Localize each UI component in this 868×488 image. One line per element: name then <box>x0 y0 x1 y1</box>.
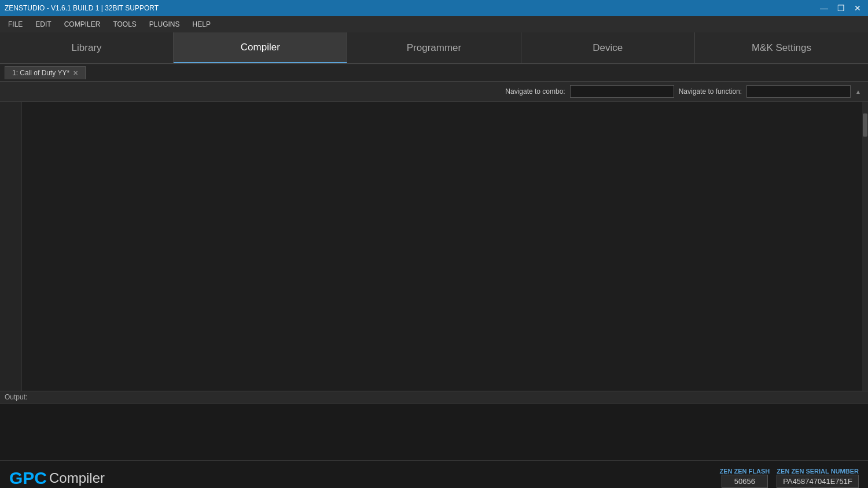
menu-file[interactable]: FILE <box>2 18 28 31</box>
zen-flash-value: 50656 <box>722 475 768 488</box>
menu-edit[interactable]: EDIT <box>30 18 57 31</box>
output-header: Output: <box>0 391 868 403</box>
navigate-function-label: Navigate to function: <box>679 87 742 96</box>
navigate-bar: Navigate to combo: Navigate to function:… <box>0 82 868 102</box>
tab-mk-settings[interactable]: M&K Settings <box>695 32 868 63</box>
output-panel: Output: <box>0 391 868 460</box>
navigate-scrollbar-up[interactable]: ▲ <box>855 89 861 95</box>
flash-info: ZEN ZEN FLASH 50656 ZEN ZEN SERIAL NUMBE… <box>719 468 859 488</box>
file-tabs-bar: 1: Call of Duty YY* ✕ <box>0 64 868 82</box>
zen-flash-label: ZEN ZEN FLASH <box>719 468 770 475</box>
navigate-combo-input[interactable] <box>570 85 674 98</box>
title-bar: ZENSTUDIO - V1.6.1 BUILD 1 | 32BIT SUPPO… <box>0 0 868 16</box>
tab-compiler[interactable]: Compiler <box>174 32 347 63</box>
file-tab-close[interactable]: ✕ <box>73 69 78 77</box>
gpc-text: GPC <box>9 468 47 488</box>
maximize-button[interactable]: ❐ <box>835 3 847 13</box>
gpc-footer: GPC Compiler ZEN ZEN FLASH 50656 ZEN ZEN… <box>0 460 868 488</box>
zen-serial-value: PA458747041E751F <box>777 475 859 488</box>
gpc-logo: GPC Compiler <box>9 468 105 488</box>
menu-help[interactable]: HELP <box>187 18 216 31</box>
zen-flash-box: ZEN ZEN FLASH 50656 <box>719 468 770 488</box>
tab-device[interactable]: Device <box>521 32 695 63</box>
tab-bar: Library Compiler Programmer Device M&K S… <box>0 32 868 64</box>
window-controls[interactable]: — ❐ ✕ <box>818 3 863 13</box>
menu-plugins[interactable]: PLUGINS <box>144 18 186 31</box>
menu-tools[interactable]: TOOLS <box>107 18 142 31</box>
zen-serial-label: ZEN ZEN SERIAL NUMBER <box>777 468 859 475</box>
compiler-label: Compiler <box>49 470 105 486</box>
editor-scrollbar[interactable] <box>862 102 868 391</box>
zen-serial-box: ZEN ZEN SERIAL NUMBER PA458747041E751F <box>777 468 859 488</box>
tab-library[interactable]: Library <box>0 32 174 63</box>
file-tab-active[interactable]: 1: Call of Duty YY* ✕ <box>5 66 86 79</box>
code-area: 1: Call of Duty YY* ✕ Navigate to combo:… <box>0 64 868 460</box>
minimize-button[interactable]: — <box>818 3 830 13</box>
code-content[interactable] <box>22 102 862 391</box>
menu-bar: FILE EDIT COMPILER TOOLS PLUGINS HELP <box>0 16 868 32</box>
navigate-combo-label: Navigate to combo: <box>505 87 565 96</box>
main-content: 1: Call of Duty YY* ✕ Navigate to combo:… <box>0 64 868 460</box>
line-numbers <box>0 102 22 391</box>
editor-area <box>0 102 868 391</box>
menu-compiler[interactable]: COMPILER <box>58 18 106 31</box>
tab-programmer[interactable]: Programmer <box>347 32 521 63</box>
app-title: ZENSTUDIO - V1.6.1 BUILD 1 | 32BIT SUPPO… <box>5 4 159 12</box>
navigate-function-input[interactable] <box>746 85 851 98</box>
file-tab-name: 1: Call of Duty YY* <box>12 69 69 77</box>
output-content <box>0 403 868 458</box>
scrollbar-thumb[interactable] <box>863 113 867 137</box>
code-editor[interactable] <box>0 102 868 391</box>
close-button[interactable]: ✕ <box>852 3 863 13</box>
